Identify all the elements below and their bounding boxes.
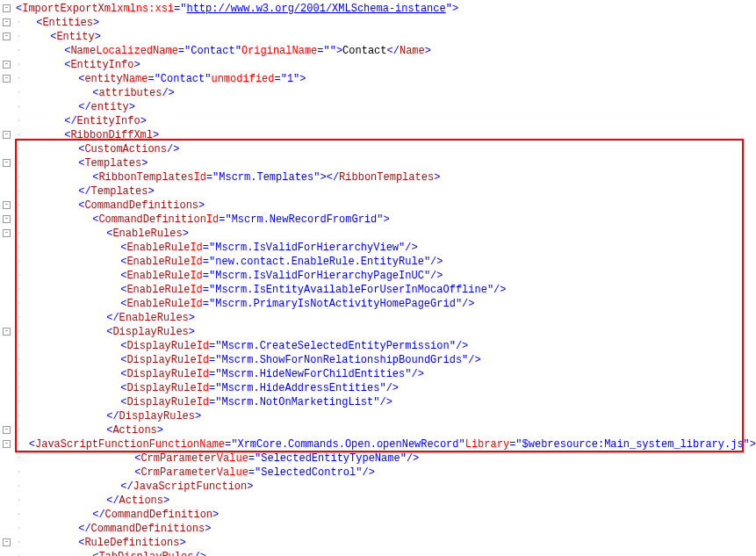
fold-icon[interactable]: - xyxy=(3,538,11,546)
attr-name: Id xyxy=(190,283,202,297)
xml-line: ·<EnableRule Id="Mscrm.IsValidForHierarc… xyxy=(0,241,756,255)
attr-val: Mscrm.IsEntityAvailableForUserInMocaOffl… xyxy=(215,283,487,297)
tag-name: JavaScriptFunction xyxy=(35,437,149,451)
fold-icon[interactable]: - xyxy=(3,215,11,223)
attr-name: Library xyxy=(465,437,509,451)
attr-val: $webresource:Main_system_library.js xyxy=(522,437,744,451)
attr-name: Id xyxy=(197,339,209,353)
tag-name: Entities xyxy=(42,16,93,30)
xml-line: ·<CrmParameter Value="SelectedControl" /… xyxy=(0,466,756,480)
xml-line: -·<CommandDefinitions> xyxy=(0,199,756,213)
xml-line: ·<DisplayRule Id="Mscrm.HideNewForChildE… xyxy=(0,367,756,381)
xml-line: -·<DisplayRules> xyxy=(0,325,756,339)
tag-name: EnableRule xyxy=(126,297,190,311)
fold-icon[interactable]: - xyxy=(3,75,11,83)
fold-icon[interactable]: - xyxy=(3,328,11,336)
attr-name: Id xyxy=(206,213,219,227)
attr-val: 1 xyxy=(287,72,293,86)
attr-name: Id xyxy=(197,353,209,367)
tag-name: attributes xyxy=(98,86,162,100)
tag-name: DisplayRule xyxy=(126,339,196,353)
xml-line: ·</EntityInfo> xyxy=(0,114,756,128)
attr-val: Mscrm.HideNewForChildEntities xyxy=(221,367,405,381)
tag-name: DisplayRule xyxy=(126,395,196,409)
fold-icon[interactable]: - xyxy=(3,32,11,40)
tag-name: entity xyxy=(84,72,122,86)
tag-close: CommandDefinitions xyxy=(91,522,205,536)
xml-line: ·<TabDisplayRules /> xyxy=(0,550,756,556)
fold-icon[interactable]: - xyxy=(3,201,11,209)
attr-val: Mscrm.HideAddressEntities xyxy=(221,381,379,395)
tag-name: EnableRule xyxy=(126,241,190,255)
tag-name: EnableRule xyxy=(126,283,190,297)
xml-line: ·</entity> xyxy=(0,100,756,114)
tag-close: Actions xyxy=(119,494,163,508)
xml-line: -·<Actions> xyxy=(0,423,756,437)
attr-val: Mscrm.IsValidForHierarchyPageInUC xyxy=(215,269,424,283)
fold-icon[interactable]: - xyxy=(3,131,11,139)
xml-line: ·<EnableRule Id="Mscrm.IsValidForHierarc… xyxy=(0,269,756,283)
attr-val: Mscrm.NewRecordFromGrid xyxy=(232,213,378,227)
attr-name: Id xyxy=(197,367,209,381)
xml-line: ·</EnableRules> xyxy=(0,311,756,325)
attr-name: LocalizedName xyxy=(96,44,178,58)
tag-close: JavaScriptFunction xyxy=(133,480,248,494)
fold-icon[interactable]: - xyxy=(3,61,11,69)
tag-name: Name xyxy=(70,44,96,58)
attr-val: Mscrm.ShowForNonRelationshipBoundGrids xyxy=(221,353,462,367)
fold-icon[interactable]: - xyxy=(3,4,11,12)
tag-name: CrmParameter xyxy=(140,466,216,480)
xml-line: ·</CommandDefinition> xyxy=(0,508,756,522)
tag-close: CommandDefinition xyxy=(105,508,212,522)
attr-val: XrmCore.Commands.Open.openNewRecord xyxy=(237,437,458,451)
tag-close: entity xyxy=(91,100,129,114)
tag-name: CustomActions xyxy=(84,142,167,156)
fold-icon[interactable]: - xyxy=(3,440,11,448)
tag-name: EnableRules xyxy=(112,227,182,241)
xml-line: ·<attributes /> xyxy=(0,86,756,100)
fold-icon[interactable]: - xyxy=(3,426,11,434)
tag-name: RibbonDiffXml xyxy=(70,128,153,142)
xml-line: -·<Templates> xyxy=(0,156,756,170)
xml-line: ·</Actions> xyxy=(0,494,756,508)
attr-name: Id xyxy=(190,241,202,255)
attr-val: new.contact.EnableRule.EntityRule xyxy=(215,255,424,269)
attr-name: Id xyxy=(190,255,202,269)
text-content: Contact xyxy=(342,44,386,58)
tag-name: Entity xyxy=(56,30,94,44)
attr-name: xmlns:xsi xyxy=(117,2,174,16)
xml-line: ·<DisplayRule Id="Mscrm.HideAddressEntit… xyxy=(0,381,756,395)
xml-line: -·<RuleDefinitions> xyxy=(0,536,756,550)
xml-line: ·<CrmParameter Value="SelectedEntityType… xyxy=(0,451,756,466)
tag-name: RibbonTemplates xyxy=(98,170,193,184)
tag-close: Templates xyxy=(91,184,148,199)
tag-name: CommandDefinitions xyxy=(84,199,198,213)
url-link[interactable]: http://www.w3.org/2001/XMLSchema-instanc… xyxy=(186,2,445,16)
xml-line: -·<Entity> xyxy=(0,30,756,44)
xml-line: -·<RibbonDiffXml> xyxy=(0,128,756,142)
attr-name: Id xyxy=(197,381,209,395)
xml-code-display: -<ImportExportXml xmlns:xsi="http://www.… xyxy=(0,0,756,556)
xml-line: ·<EnableRule Id="new.contact.EnableRule.… xyxy=(0,255,756,269)
attr-name: Id xyxy=(193,170,205,184)
fold-icon[interactable]: - xyxy=(3,18,11,26)
attr-val: Mscrm.NotOnMarketingList xyxy=(221,395,373,409)
tag-name: Actions xyxy=(112,423,156,437)
attr-name: OriginalName xyxy=(241,44,317,58)
attr-val: SelectedControl xyxy=(261,466,356,480)
tag-close: EntityInfo xyxy=(77,114,140,128)
attr-val: SelectedEntityTypeName xyxy=(261,451,400,466)
attr-name: Id xyxy=(197,395,209,409)
xml-line: ·</JavaScriptFunction> xyxy=(0,480,756,494)
xml-line: -·<EnableRules> xyxy=(0,227,756,241)
xml-line: ·<DisplayRule Id="Mscrm.ShowForNonRelati… xyxy=(0,353,756,367)
xml-line: ·<EnableRule Id="Mscrm.PrimaryIsNotActiv… xyxy=(0,297,756,311)
xml-line: -<ImportExportXml xmlns:xsi="http://www.… xyxy=(0,2,756,16)
fold-icon[interactable]: - xyxy=(3,159,11,167)
attr-name: Id xyxy=(190,269,202,283)
xml-line: ·<Name LocalizedName="Contact" OriginalN… xyxy=(0,44,756,58)
attr-val: Mscrm.Templates xyxy=(219,170,313,184)
attr-val: Mscrm.CreateSelectedEntityPermission xyxy=(221,339,449,353)
tag-name: DisplayRule xyxy=(126,353,196,367)
fold-icon[interactable]: - xyxy=(3,229,11,237)
